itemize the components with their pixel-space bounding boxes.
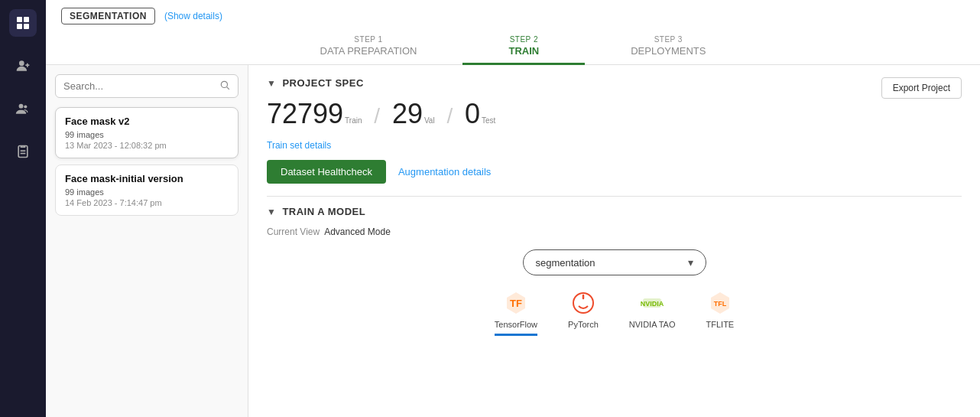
project-spec-header: ▼ PROJECT SPEC — [267, 77, 962, 89]
action-row: Dataset Healthcheck Augmentation details — [267, 160, 962, 184]
framework-tflite[interactable]: TFL TFLITE — [706, 291, 735, 336]
pytorch-icon — [571, 291, 595, 315]
step1-label: DATA PREPARATION — [320, 45, 417, 63]
step3-label: DEPLOYMENTS — [631, 45, 706, 63]
show-details-link[interactable]: (Show details) — [164, 11, 222, 21]
breadcrumb-badge: SEGMENTATION — [61, 8, 155, 24]
svg-rect-0 — [17, 17, 22, 22]
tflite-icon: TFL — [708, 291, 732, 315]
separator-2: / — [441, 104, 459, 129]
sidebar-icon-people[interactable] — [9, 95, 37, 122]
dataset-healthcheck-button[interactable]: Dataset Healthcheck — [267, 160, 386, 184]
frameworks-row: TF TensorFlow PyTo — [267, 291, 962, 336]
steps-nav: STEP 1 DATA PREPARATION STEP 2 TRAIN STE… — [61, 29, 965, 64]
project-item-face-mask-initial[interactable]: Face mask-initial version 99 images 14 F… — [55, 165, 239, 216]
framework-pytorch[interactable]: PyTorch — [568, 291, 599, 336]
svg-text:NVIDIA: NVIDIA — [641, 300, 664, 308]
divider — [267, 196, 962, 197]
current-view-value: Advanced Mode — [324, 226, 391, 237]
project-spec-title: PROJECT SPEC — [282, 77, 363, 89]
tensorflow-icon: TF — [504, 291, 528, 315]
nvidia-tao-label: NVIDIA TAO — [629, 320, 676, 329]
train-count: 72799 — [267, 98, 343, 130]
svg-point-7 — [19, 104, 24, 109]
project-name: Face mask v2 — [65, 116, 229, 127]
train-model-header: ▼ TRAIN A MODEL — [267, 206, 962, 217]
project-images: 99 images — [65, 187, 229, 197]
project-images: 99 images — [65, 130, 229, 139]
dropdown-value: segmentation — [536, 257, 595, 269]
dropdown-row: segmentation ▾ — [267, 249, 962, 275]
tflite-label: TFLITE — [706, 320, 735, 329]
project-item-face-mask-v2[interactable]: Face mask v2 99 images 13 Mar 2023 - 12:… — [55, 107, 239, 158]
step2-label: TRAIN — [508, 45, 539, 63]
train-model-section: ▼ TRAIN A MODEL Current View Advanced Mo… — [267, 206, 962, 336]
collapse-icon[interactable]: ▼ — [267, 78, 276, 89]
top-header: SEGMENTATION (Show details) STEP 1 DATA … — [46, 0, 980, 65]
content-area: Face mask v2 99 images 13 Mar 2023 - 12:… — [46, 65, 980, 417]
step-deployments[interactable]: STEP 3 DEPLOYMENTS — [585, 29, 751, 65]
train-set-details-link[interactable]: Train set details — [267, 140, 331, 151]
step-data-preparation[interactable]: STEP 1 DATA PREPARATION — [274, 29, 463, 65]
step-train[interactable]: STEP 2 TRAIN — [462, 29, 585, 65]
svg-point-12 — [221, 81, 227, 87]
step3-number: STEP 3 — [654, 35, 683, 44]
svg-line-13 — [227, 87, 229, 90]
stats-row: 72799 Train / 29 Val / 0 Test — [267, 98, 962, 130]
segmentation-dropdown[interactable]: segmentation ▾ — [523, 249, 706, 275]
test-label: Test — [482, 116, 495, 125]
val-count: 29 — [392, 98, 423, 130]
left-panel: Face mask v2 99 images 13 Mar 2023 - 12:… — [46, 65, 248, 417]
svg-point-8 — [24, 105, 27, 108]
train-model-title: TRAIN A MODEL — [282, 206, 365, 217]
framework-nvidia-tao[interactable]: NVIDIA NVIDIA TAO — [629, 291, 676, 336]
tensorflow-label: TensorFlow — [495, 320, 537, 329]
current-view-row: Current View Advanced Mode — [267, 226, 962, 237]
breadcrumb-row: SEGMENTATION (Show details) — [61, 0, 965, 29]
separator-1: / — [368, 104, 386, 129]
current-view-label: Current View — [267, 226, 320, 237]
sidebar-icon-person-add[interactable] — [9, 52, 37, 80]
search-input[interactable] — [63, 80, 219, 92]
svg-text:TF: TF — [510, 298, 522, 309]
right-panel: Export Project ▼ PROJECT SPEC 72799 Trai… — [248, 65, 980, 417]
svg-rect-2 — [17, 24, 22, 29]
search-icon — [219, 80, 230, 93]
step1-number: STEP 1 — [354, 35, 382, 44]
sidebar — [0, 0, 46, 417]
test-count: 0 — [465, 98, 480, 130]
train-label: Train — [345, 116, 362, 125]
framework-tensorflow[interactable]: TF TensorFlow — [495, 291, 537, 336]
svg-rect-1 — [24, 17, 29, 22]
augmentation-details-link[interactable]: Augmentation details — [398, 166, 491, 178]
project-date: 13 Mar 2023 - 12:08:32 pm — [65, 141, 229, 150]
sidebar-icon-grid[interactable] — [9, 9, 37, 37]
train-collapse-icon[interactable]: ▼ — [267, 207, 276, 217]
svg-rect-3 — [24, 24, 29, 29]
project-date: 14 Feb 2023 - 7:14:47 pm — [65, 198, 229, 207]
pytorch-label: PyTorch — [568, 320, 599, 329]
nvidia-icon: NVIDIA — [640, 291, 664, 315]
svg-text:TFL: TFL — [714, 300, 727, 308]
val-label: Val — [424, 116, 435, 125]
sidebar-icon-clipboard[interactable] — [9, 138, 37, 165]
main-content: SEGMENTATION (Show details) STEP 1 DATA … — [46, 0, 980, 417]
dropdown-arrow-icon: ▾ — [688, 256, 693, 269]
project-name: Face mask-initial version — [65, 173, 229, 184]
project-spec-section: ▼ PROJECT SPEC 72799 Train / 29 Val / — [267, 77, 962, 184]
search-box — [55, 74, 239, 98]
export-project-button[interactable]: Export Project — [881, 77, 962, 99]
svg-point-4 — [19, 60, 24, 66]
step2-number: STEP 2 — [510, 35, 538, 44]
